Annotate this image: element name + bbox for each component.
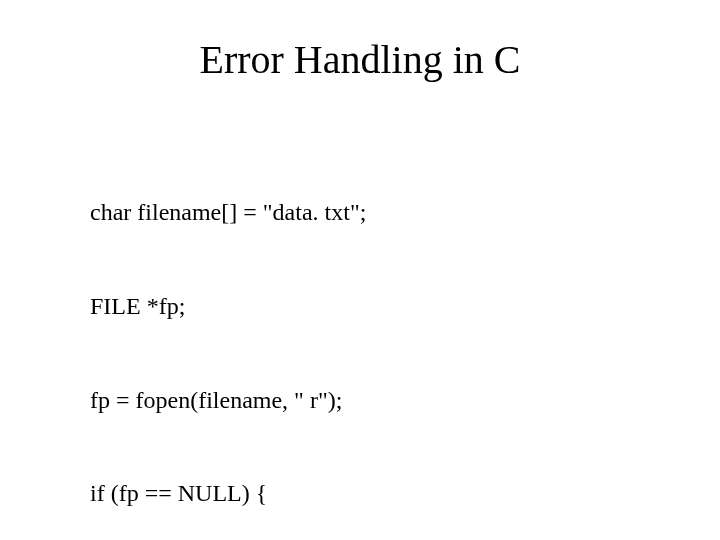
code-line: FILE *fp; — [90, 291, 556, 322]
code-line: char filename[] = "data. txt"; — [90, 197, 556, 228]
slide: Error Handling in C char filename[] = "d… — [0, 0, 720, 540]
slide-title: Error Handling in C — [0, 36, 720, 83]
code-line: if (fp == NULL) { — [90, 478, 556, 509]
code-block: char filename[] = "data. txt"; FILE *fp;… — [90, 135, 556, 540]
code-line: fp = fopen(filename, " r"); — [90, 385, 556, 416]
